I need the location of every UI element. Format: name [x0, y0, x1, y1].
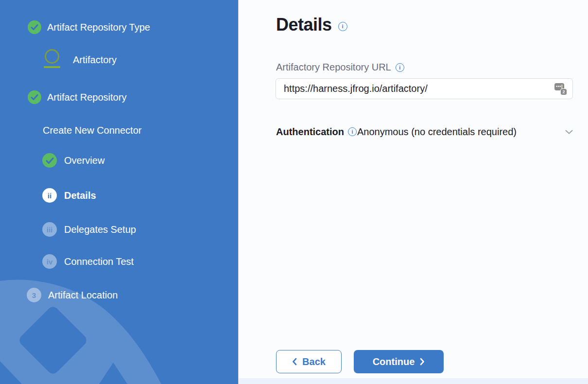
sidebar-step-artifact-location[interactable]: 3 Artifact Location — [27, 288, 118, 302]
sidebar-step-overview[interactable]: Overview — [42, 153, 104, 168]
continue-button[interactable]: Continue — [354, 350, 444, 373]
sidebar-step-details[interactable]: ii Details — [42, 188, 96, 203]
check-icon — [42, 153, 57, 168]
autofill-count-badge: 2 — [560, 88, 567, 95]
step-label: Details — [64, 190, 96, 201]
step-label: Artifact Location — [48, 290, 118, 301]
sidebar-step-delegates-setup[interactable]: iii Delegates Setup — [42, 222, 136, 237]
panel-header: Details i — [276, 15, 347, 35]
auth-method-select[interactable]: Anonymous (no credentials required) — [357, 126, 517, 138]
page-background-strip — [239, 378, 588, 384]
autofill-extension-icon[interactable]: •••| 2 — [554, 83, 567, 95]
step-label: Artifactory — [73, 54, 117, 66]
step-numeral-badge: ii — [42, 188, 57, 203]
check-icon — [28, 20, 41, 34]
sidebar-step-artifactory[interactable]: Artifactory — [44, 49, 117, 70]
check-icon — [28, 90, 41, 104]
wizard-footer-buttons: Back Continue — [276, 350, 444, 373]
details-panel: Details i Artifactory Repository URL i •… — [238, 0, 588, 384]
sidebar-section-create-new-connector: Create New Connector — [43, 125, 141, 136]
back-button[interactable]: Back — [276, 350, 342, 373]
authentication-label: Authentication — [276, 126, 344, 138]
sidebar-step-artifact-repository[interactable]: Artifact Repository — [28, 90, 126, 104]
artifactory-icon — [44, 49, 60, 70]
step-numeral-badge: iv — [42, 254, 57, 269]
continue-button-label: Continue — [373, 356, 415, 367]
authentication-row: Authentication i Anonymous (no credentia… — [276, 124, 573, 139]
url-input-wrap: •••| 2 — [276, 78, 573, 99]
chevron-left-icon — [292, 358, 297, 366]
info-icon[interactable]: i — [396, 63, 404, 72]
step-label: Artifact Repository — [47, 92, 126, 103]
artifactory-url-input[interactable] — [276, 78, 573, 99]
step-numeral-badge: iii — [42, 222, 57, 237]
step-label: Artifact Repository Type — [47, 22, 150, 33]
connector-wizard: Artifact Repository Type Artifactory Art… — [0, 0, 588, 384]
back-button-label: Back — [302, 356, 326, 367]
page-title: Details — [276, 15, 332, 35]
harness-logo-watermark — [0, 270, 238, 384]
step-label: Overview — [64, 155, 104, 166]
chevron-down-icon[interactable] — [565, 130, 573, 134]
sidebar-step-connection-test[interactable]: iv Connection Test — [42, 254, 134, 269]
step-numeral-badge: 3 — [27, 288, 41, 302]
url-field-label: Artifactory Repository URL — [276, 62, 391, 73]
chevron-right-icon — [420, 358, 425, 366]
info-icon[interactable]: i — [348, 127, 357, 136]
sidebar-step-artifact-repository-type[interactable]: Artifact Repository Type — [28, 20, 150, 34]
wizard-sidebar: Artifact Repository Type Artifactory Art… — [0, 0, 238, 384]
section-label: Create New Connector — [43, 125, 141, 136]
url-field-label-row: Artifactory Repository URL i — [276, 62, 404, 73]
step-label: Delegates Setup — [64, 224, 136, 235]
info-icon[interactable]: i — [338, 22, 347, 31]
step-label: Connection Test — [64, 256, 134, 267]
